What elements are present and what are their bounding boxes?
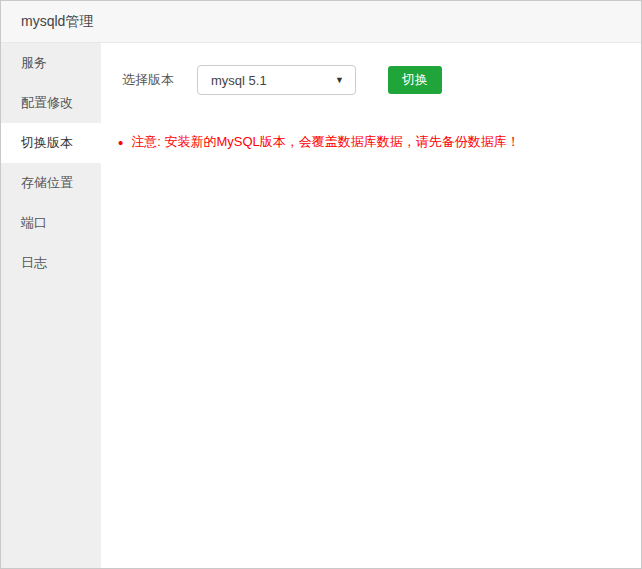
version-select[interactable]: mysql 5.1 [197, 65, 356, 95]
window-body: 服务 配置修改 切换版本 存储位置 端口 日志 选择版本 mysql 5.1 ▼… [1, 43, 641, 568]
warning-text: 注意: 安装新的MySQL版本，会覆盖数据库数据，请先备份数据库！ [131, 133, 520, 151]
version-select-wrap: mysql 5.1 ▼ [197, 65, 356, 95]
sidebar-item-service[interactable]: 服务 [1, 43, 101, 83]
sidebar-item-config-edit[interactable]: 配置修改 [1, 83, 101, 123]
version-select-label: 选择版本 [122, 71, 174, 89]
main-content: 选择版本 mysql 5.1 ▼ 切换 • 注意: 安装新的MySQL版本，会覆… [101, 43, 641, 568]
warning-message: • 注意: 安装新的MySQL版本，会覆盖数据库数据，请先备份数据库！ [118, 133, 641, 151]
window-header: mysqld管理 [1, 1, 641, 43]
sidebar-item-switch-version[interactable]: 切换版本 [1, 123, 101, 163]
switch-version-button[interactable]: 切换 [388, 66, 442, 94]
mysqld-management-window: mysqld管理 服务 配置修改 切换版本 存储位置 端口 日志 选择版本 my… [0, 0, 642, 569]
version-form-row: 选择版本 mysql 5.1 ▼ 切换 [122, 65, 641, 95]
sidebar-item-port[interactable]: 端口 [1, 203, 101, 243]
warning-bullet-icon: • [118, 135, 123, 150]
sidebar-item-storage-location[interactable]: 存储位置 [1, 163, 101, 203]
sidebar: 服务 配置修改 切换版本 存储位置 端口 日志 [1, 43, 101, 568]
window-title: mysqld管理 [21, 13, 93, 31]
sidebar-item-logs[interactable]: 日志 [1, 243, 101, 283]
